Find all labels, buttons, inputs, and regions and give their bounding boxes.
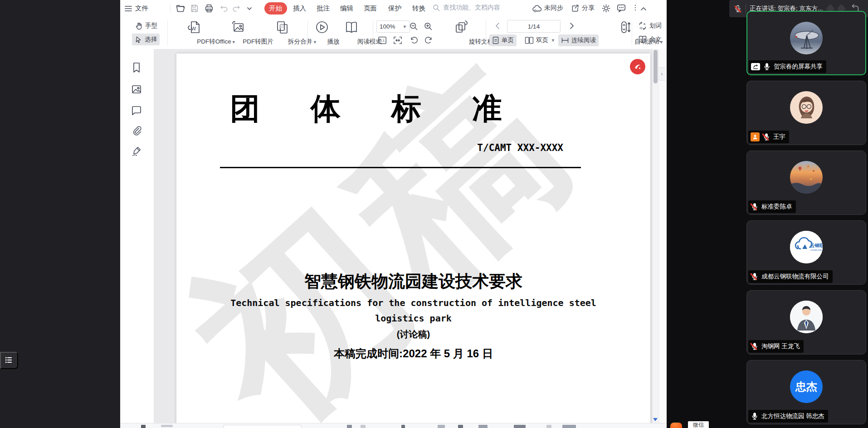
double-page-button[interactable]: 双页▼ [522, 34, 558, 46]
zoom-level-dropdown[interactable]: 100% ▼ [376, 20, 410, 33]
mic-on-icon [751, 412, 759, 420]
save-icon [190, 4, 199, 13]
signature-pen-icon [131, 146, 142, 156]
doc-completion-date: 本稿完成时间:2022 年 5 月 16 日 [176, 346, 650, 361]
svg-text:中: 中 [644, 38, 647, 41]
screen: 文件 开始 插入 批注 编辑 页面 保护 转换 查找功能、文档内容 未同步 [0, 0, 868, 428]
fit-page-icon [393, 36, 402, 44]
participant-tile[interactable]: 标准委陈卓 [746, 151, 866, 215]
translate-full-button[interactable]: a中 全文 [635, 34, 664, 45]
page-corner-badge [630, 59, 645, 74]
participant-tile[interactable]: 贺宗春的屏幕共享 [746, 11, 866, 75]
doc-title-cn: 智慧钢铁物流园建设技术要求 [176, 270, 650, 293]
tab-comment[interactable]: 批注 [317, 4, 330, 13]
doc-standard-number: T/CAMT XXX-XXXX [477, 142, 563, 153]
comments-panel-button[interactable] [131, 104, 143, 116]
settings-button[interactable] [601, 4, 611, 13]
statusbar-icon [562, 425, 576, 428]
tab-protect[interactable]: 保护 [388, 4, 401, 13]
tab-home[interactable]: 开始 [264, 2, 287, 15]
signature-panel-button[interactable] [131, 145, 143, 157]
actual-size-button[interactable]: 1:1 [376, 34, 388, 46]
rotate-left-button[interactable] [408, 34, 420, 46]
bookmarks-panel-button[interactable] [131, 62, 143, 73]
document-viewport[interactable]: 初稿 团体标准 T/CAMT XXX-XXXX 智慧钢铁物流园建设技术要求 Te… [154, 49, 658, 423]
hand-tool-button[interactable]: 手型 [132, 20, 160, 32]
undo-button[interactable] [219, 4, 229, 13]
printer-icon [204, 4, 214, 14]
continuous-read-button[interactable]: 连续阅读 [558, 34, 599, 46]
share-button[interactable]: 分享 [571, 4, 595, 13]
avatar: 云钢联YUNGANGLIAN [790, 231, 823, 263]
read-mode-button[interactable]: 阅读模式 [333, 17, 370, 49]
continuous-read-label: 连续阅读 [571, 36, 596, 44]
zoom-out-button[interactable] [407, 20, 419, 32]
auto-scroll-icon [618, 19, 633, 36]
scroll-down-arrow[interactable] [653, 418, 658, 421]
doc-heading: 团体标准 [230, 93, 553, 123]
share-label: 分享 [582, 4, 595, 12]
statusbar-icon [347, 425, 352, 428]
images-panel-button[interactable] [131, 83, 143, 95]
more-menu-button[interactable]: ⋮ [632, 3, 639, 12]
scrollbar[interactable] [652, 49, 658, 423]
search-box[interactable]: 查找功能、文档内容 [432, 4, 500, 12]
participant-label: 贺宗春的屏幕共享 [749, 60, 826, 73]
scrollbar-thumb[interactable] [653, 50, 658, 83]
translate-word-button[interactable]: a中 划词 [635, 20, 664, 32]
next-page-button[interactable] [566, 20, 577, 32]
tab-convert[interactable]: 转换 [412, 4, 425, 13]
redo-button[interactable] [232, 4, 241, 13]
participant-tile[interactable]: 王宇 [746, 81, 866, 145]
pdf-to-image-button[interactable]: PDF转图片 [218, 17, 258, 49]
tab-page[interactable]: 页面 [364, 4, 377, 13]
open-file-button[interactable] [176, 4, 185, 14]
tab-insert[interactable]: 插入 [293, 4, 306, 13]
quick-tools-dropdown[interactable] [246, 6, 253, 11]
attachments-panel-button[interactable] [131, 125, 143, 136]
mic-muted-icon [762, 133, 770, 141]
bottom-statusbar-partial [120, 423, 667, 428]
fit-page-button[interactable] [391, 34, 404, 46]
participant-tile[interactable]: 忠杰 北方恒达物流园 韩忠杰 [746, 360, 866, 424]
read-mode-icon [344, 19, 359, 36]
feedback-button[interactable] [616, 4, 626, 13]
page-indicator-value: 1/14 [528, 23, 540, 30]
tab-edit[interactable]: 编辑 [340, 4, 353, 13]
toolbar-overflow-expander[interactable]: › [658, 67, 665, 81]
svg-text:W: W [191, 26, 196, 31]
pdf-to-office-button[interactable]: W PDF转Office▼ [171, 17, 216, 49]
participant-tile[interactable]: 云钢联YUNGANGLIAN 成都云钢联物流有限公司 [746, 220, 866, 285]
single-page-button[interactable]: 单页 [489, 34, 517, 46]
hand-tool-label: 手型 [145, 22, 157, 30]
select-tool-button[interactable]: 选择 [132, 34, 160, 45]
save-button[interactable] [190, 4, 199, 13]
rotate-right-button[interactable] [422, 34, 434, 46]
hamburger-icon [124, 4, 133, 13]
collapse-toolbar-button[interactable] [640, 6, 647, 11]
rotate-document-button[interactable]: 旋转文档 [440, 17, 481, 49]
translate-word-label: 划词 [649, 22, 662, 30]
hamburger-menu-button[interactable] [124, 4, 133, 13]
zoom-in-button[interactable] [422, 20, 434, 32]
avatar [790, 161, 823, 194]
search-icon [432, 4, 440, 12]
print-button[interactable] [204, 4, 214, 14]
chevron-down-icon [246, 6, 253, 11]
doc-title-en-line1: Technical specifications for the constru… [176, 297, 650, 308]
split-merge-button[interactable]: 拆分合并▼ [262, 17, 302, 49]
statusbar-icon [514, 425, 526, 428]
sync-status[interactable]: 未同步 [532, 4, 563, 13]
doc-draft-note: (讨论稿) [176, 328, 650, 340]
chevron-right-icon [569, 22, 575, 29]
bookmark-icon [131, 62, 142, 73]
translate-full-label: 全文 [649, 35, 662, 44]
previous-page-button[interactable] [492, 20, 503, 32]
participant-tile[interactable]: 淘钢网 王龙飞 [746, 290, 866, 355]
divider [373, 21, 373, 45]
svg-text:中: 中 [639, 26, 643, 30]
page-indicator[interactable]: 1/14 [507, 20, 561, 33]
menu-file[interactable]: 文件 [135, 4, 148, 13]
floating-list-button[interactable] [0, 352, 18, 369]
play-button[interactable]: 播放 [311, 17, 333, 49]
